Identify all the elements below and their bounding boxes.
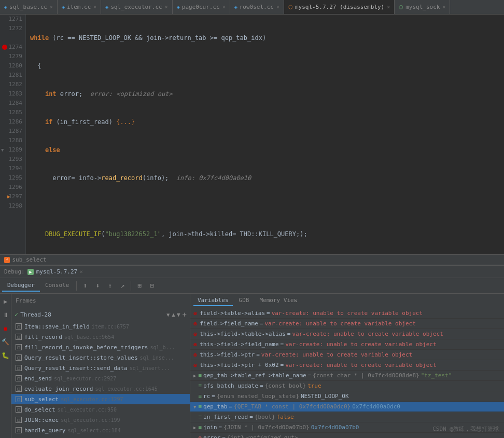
frame-file-4: sql_insert... — [130, 365, 170, 371]
var-expand-11[interactable]: ▶ — [193, 425, 196, 430]
tab-icon-mysql-dis: ⬡ — [288, 4, 293, 10]
tab-row0sel[interactable]: ◈ row0sel.cc × — [230, 0, 284, 15]
var-expand-6[interactable]: ▶ — [193, 373, 196, 378]
thread-prev-btn[interactable]: ▲ — [172, 311, 175, 318]
tab-close-row0sel[interactable]: × — [276, 4, 279, 10]
frame-file-7: sql_executor.cc:1297 — [61, 396, 123, 402]
variables-tabs: Variables GDB Memory View — [190, 294, 504, 308]
var-error-icon-1: ⊗ — [193, 320, 197, 327]
var-item-9[interactable]: ▼ ≡ qep_tab = {QEP_TAB * const | 0x7fc4d… — [190, 402, 504, 412]
frame-icon-9: □ — [16, 417, 22, 423]
tab-label-mysql-sock: mysql_sock — [405, 4, 440, 10]
frame-item-2[interactable]: □ fill_record_n_invoke_before_triggers s… — [11, 342, 190, 352]
frame-item-6[interactable]: □ evaluate_join_record sql_executor.cc:1… — [11, 384, 190, 394]
thread-add-btn[interactable]: + — [183, 310, 187, 319]
watermark: CSDN @教练，我想打篮球 — [432, 425, 499, 433]
sidebar-stop-icon[interactable]: ◼ — [1, 324, 10, 333]
frame-item-1[interactable]: □ fill_record sql_base.cc:9654 — [11, 332, 190, 342]
var-equal-icon-7: ≡ — [198, 382, 202, 389]
gutter-1287: 1287 — [0, 127, 22, 136]
code-line-1274: if (in_first_read) {...} — [30, 117, 500, 127]
frames-list: □ Item::save_in_field item.cc:6757 □ fil… — [11, 321, 190, 438]
resume-btn[interactable]: ↗ — [117, 280, 128, 292]
debug-close-btn[interactable]: × — [79, 268, 83, 275]
tab-close-mysql-sock[interactable]: × — [442, 4, 445, 10]
frame-item-10[interactable]: □ handle_query sql_select.cc:184 — [11, 425, 190, 435]
vars-tab-gdb[interactable]: GDB — [235, 295, 254, 306]
var-equal-icon-10: ≡ — [198, 414, 202, 420]
tab-page0cur[interactable]: ◈ page0cur.cc × — [173, 0, 230, 15]
code-line-1281 — [30, 201, 500, 211]
gutter-1284: 1284 — [0, 99, 22, 108]
var-error-icon-4: ⊗ — [193, 351, 197, 359]
var-name-4: this->field->ptr — [200, 351, 255, 358]
thread-dropdown-arrow[interactable]: ▼ — [166, 312, 170, 318]
tab-close-sql-executor[interactable]: × — [165, 4, 168, 10]
gutter-1281: 1281 — [0, 71, 22, 80]
tab-mysql-dis[interactable]: ⬡ mysql-5.7.27 (disassembly) × — [284, 0, 395, 15]
gutter-1283: 1283 — [0, 89, 22, 99]
hex-view-btn[interactable]: ⊟ — [146, 280, 158, 292]
thread-nav: ▲ ▼ — [172, 311, 180, 318]
tab-sql-base[interactable]: ◈ sql_base.cc × — [0, 0, 58, 15]
code-editor: 1271 1272 1274 1279 1280 1281 1282 1283 … — [0, 15, 504, 254]
frame-item-9[interactable]: □ JOIN::exec sql_executor.cc:199 — [11, 415, 190, 425]
frame-item-5[interactable]: □ end_send sql_executor.cc:2927 — [11, 373, 190, 384]
frame-item-7[interactable]: □ sub_select sql_executor.cc:1297 — [11, 394, 190, 404]
debug-toolbar: Debugger Console ⬆ ⬇ ↑ ↗ ⊞ ⊟ — [0, 278, 504, 294]
tab-close-page0cur[interactable]: × — [222, 4, 226, 10]
frame-item-8[interactable]: □ do_select sql_executor.cc:950 — [11, 404, 190, 415]
debug-tab-debugger[interactable]: Debugger — [2, 280, 40, 292]
tab-sql-executor[interactable]: ◈ sql_executor.cc × — [101, 0, 172, 15]
gutter-1294: 1294 — [0, 164, 22, 173]
breakpoint-dot-1274[interactable] — [2, 45, 7, 50]
vars-tab-memory[interactable]: Memory View — [255, 295, 301, 306]
code-line-1282: DBUG_EXECUTE_IF("bug13822652_1", join->t… — [30, 229, 500, 239]
var-item-4: ⊗ this->field->ptr = var-create: unable … — [190, 350, 504, 360]
tab-label-sql-base: sql_base.cc — [9, 4, 47, 10]
sidebar-resume-icon[interactable]: ▶ — [1, 297, 10, 306]
var-expand-9[interactable]: ▼ — [193, 404, 196, 409]
sidebar-build-icon[interactable]: 🔨 — [1, 337, 10, 347]
thread-name: Thread-28 — [20, 311, 164, 318]
frame-name-10: handle_query — [24, 427, 65, 434]
thread-next-btn[interactable]: ▼ — [177, 311, 180, 318]
gutter-1282: 1282 — [0, 80, 22, 89]
var-item-10: ▶ ≡ in_first_read = {bool} false — [190, 412, 504, 422]
frame-file-2: sql_b... — [150, 345, 175, 350]
var-item-6[interactable]: ▶ ≡ qep_tab->table_ref->table_name = {co… — [190, 371, 504, 381]
var-name-1: field->field_name — [200, 320, 258, 327]
debug-tab-console[interactable]: Console — [40, 280, 74, 292]
step-into-btn[interactable]: ⬇ — [92, 280, 103, 292]
table-view-btn[interactable]: ⊞ — [134, 280, 145, 292]
step-out-btn[interactable]: ↑ — [104, 280, 116, 292]
tab-mysql-sock[interactable]: ⬡ mysql_sock × — [395, 0, 450, 15]
code-line-1279: else — [30, 145, 500, 155]
sidebar-debug-icon[interactable]: 🐛 — [1, 351, 10, 360]
sub-select-label: sub_select — [12, 256, 46, 263]
sub-select-icon: f — [4, 257, 10, 263]
var-name-2: this->field->table->alias — [200, 331, 286, 337]
tab-item[interactable]: ◈ item.cc × — [58, 0, 101, 15]
var-name-0: field->table->alias — [200, 310, 265, 317]
var-item-3: ⊗ this->field->field_name = var-create: … — [190, 339, 504, 350]
line-numbers: 1271 1272 1274 1279 1280 1281 1282 1283 … — [0, 15, 26, 254]
vars-tab-variables[interactable]: Variables — [193, 295, 233, 306]
toolbar-separator-2 — [131, 281, 131, 291]
frame-item-4[interactable]: □ Query_result_insert::send_data sql_ins… — [11, 363, 190, 373]
frame-item-3[interactable]: □ Query_result_insert::store_values sql_… — [11, 352, 190, 363]
tab-close-mysql-dis[interactable]: × — [387, 4, 390, 10]
sidebar-pause-icon[interactable]: ⏸ — [1, 310, 10, 320]
var-value-4: var-create: unable to create variable ob… — [261, 351, 412, 358]
tabs-bar: ◈ sql_base.cc × ◈ item.cc × ◈ sql_execut… — [0, 0, 504, 15]
tab-icon-page0cur: ◈ — [177, 4, 180, 10]
frame-item-0[interactable]: □ Item::save_in_field item.cc:6757 — [11, 321, 190, 332]
thread-selector: ✓ Thread-28 ▼ ▲ ▼ + — [11, 308, 190, 321]
gutter-1288: 1288 — [0, 136, 22, 145]
tab-close-item[interactable]: × — [93, 4, 96, 10]
frame-icon-3: □ — [16, 354, 22, 361]
fold-btn-1289[interactable]: ▼ — [1, 145, 4, 155]
tab-close-sql-base[interactable]: × — [50, 4, 53, 10]
step-over-btn[interactable]: ⬆ — [79, 280, 91, 292]
toolbar-separator-1 — [76, 281, 77, 291]
